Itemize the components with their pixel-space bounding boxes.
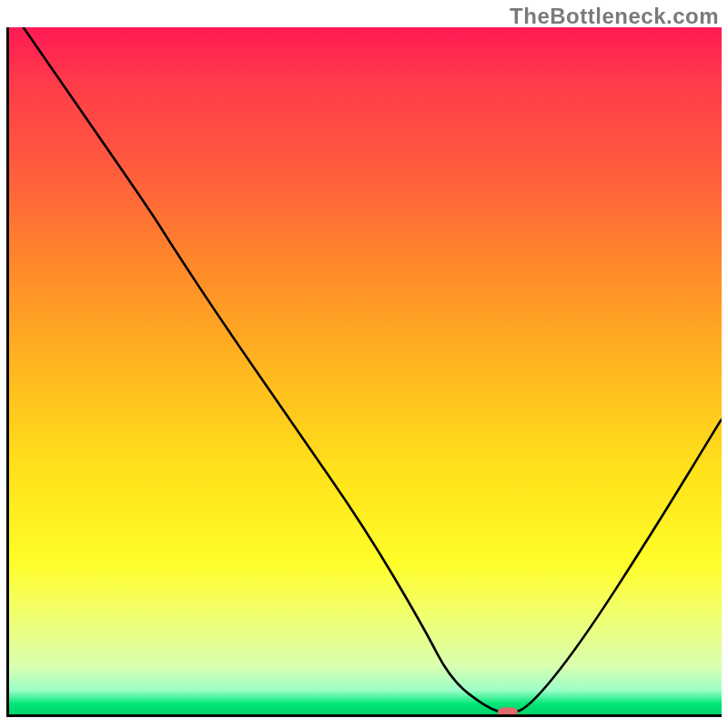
plot-area bbox=[6, 27, 722, 717]
curve-layer bbox=[9, 27, 722, 714]
bottleneck-curve bbox=[9, 27, 722, 713]
chart-container: TheBottleneck.com bbox=[0, 0, 728, 728]
optimum-marker bbox=[498, 708, 518, 718]
watermark-text: TheBottleneck.com bbox=[510, 4, 719, 29]
